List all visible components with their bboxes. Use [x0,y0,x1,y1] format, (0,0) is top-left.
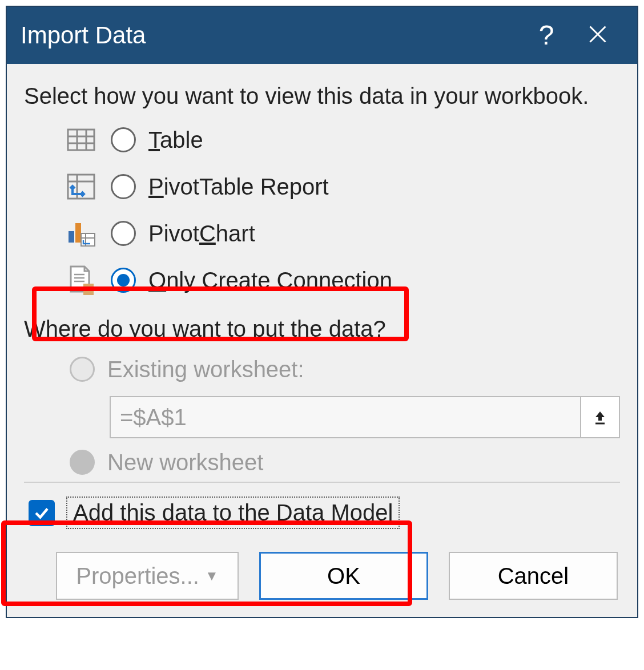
caret-down-icon: ▼ [205,568,219,584]
help-icon[interactable]: ? [521,22,572,49]
ok-button[interactable]: OK [259,552,428,600]
pivottable-icon [64,171,98,203]
option-pivottable-label: PivotTable Report [148,174,329,200]
svg-rect-11 [75,223,81,243]
radio-only-connection[interactable] [111,268,136,293]
add-to-data-model-label: Add this data to the Data Model [66,497,400,529]
option-existing-worksheet: Existing worksheet: [24,347,620,391]
properties-button-label: Properties... [76,563,199,589]
option-only-connection[interactable]: Only Create Connection [24,257,620,304]
option-pivotchart[interactable]: PivotChart [24,210,620,257]
properties-button: Properties... ▼ [56,552,239,600]
connection-file-icon [64,264,98,296]
view-section-label: Select how you want to view this data in… [24,81,620,111]
option-pivotchart-label: PivotChart [148,221,255,247]
table-icon [64,124,98,156]
svg-rect-10 [69,231,74,243]
button-row: Properties... ▼ OK Cancel [24,552,620,600]
option-new-worksheet: New worksheet [24,445,620,479]
dialog-body: Select how you want to view this data in… [7,64,637,617]
titlebar[interactable]: Import Data ? [7,7,637,64]
cell-reference-input [110,396,580,438]
pivotchart-icon [64,217,98,249]
divider [24,482,620,483]
cancel-button[interactable]: Cancel [449,552,618,600]
location-section-label: Where do you want to put the data? [24,314,620,344]
range-selector-icon [580,396,620,438]
radio-pivotchart[interactable] [111,221,136,246]
radio-existing-worksheet [70,357,95,382]
new-worksheet-label: New worksheet [107,450,263,475]
add-to-data-model-row[interactable]: Add this data to the Data Model [24,497,620,529]
option-only-connection-label: Only Create Connection [148,268,392,293]
radio-table[interactable] [111,127,136,152]
svg-rect-2 [68,130,94,150]
import-data-dialog: Import Data ? Select how you want to vie… [6,6,638,618]
checkbox-data-model[interactable] [29,500,55,526]
cell-reference-row [24,396,620,438]
radio-pivottable[interactable] [111,174,136,199]
svg-rect-18 [83,284,94,295]
option-table-label: Table [148,127,203,153]
option-pivottable[interactable]: PivotTable Report [24,163,620,210]
close-icon[interactable] [572,22,623,49]
radio-new-worksheet [70,450,95,475]
existing-worksheet-label: Existing worksheet: [107,357,304,382]
dialog-title: Import Data [21,22,521,49]
option-table[interactable]: Table [24,116,620,163]
